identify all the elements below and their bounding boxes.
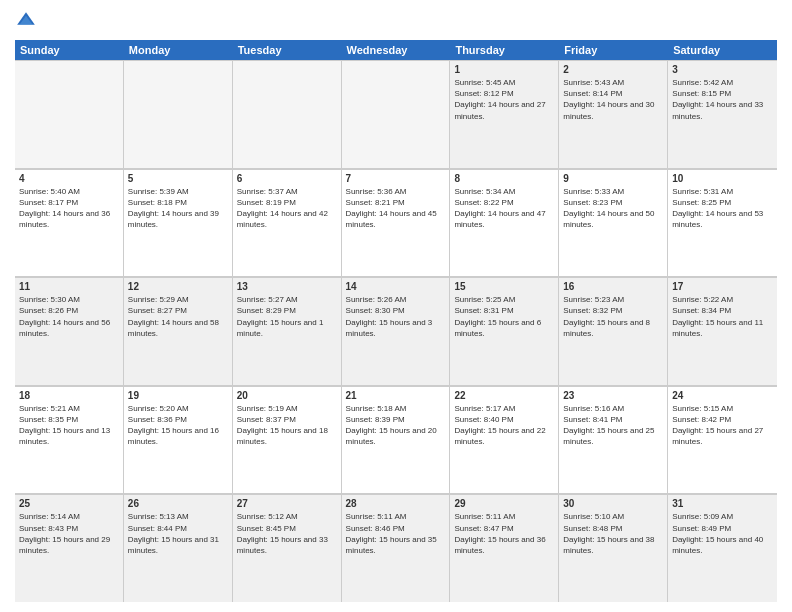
calendar-row-0: 1Sunrise: 5:45 AMSunset: 8:12 PMDaylight… bbox=[15, 60, 777, 169]
day-number: 17 bbox=[672, 281, 773, 292]
table-row: 16Sunrise: 5:23 AMSunset: 8:32 PMDayligh… bbox=[559, 278, 668, 385]
table-row: 18Sunrise: 5:21 AMSunset: 8:35 PMDayligh… bbox=[15, 387, 124, 494]
day-number: 20 bbox=[237, 390, 337, 401]
day-number: 22 bbox=[454, 390, 554, 401]
cell-content: Sunrise: 5:25 AMSunset: 8:31 PMDaylight:… bbox=[454, 294, 554, 339]
table-row: 28Sunrise: 5:11 AMSunset: 8:46 PMDayligh… bbox=[342, 495, 451, 602]
table-row: 15Sunrise: 5:25 AMSunset: 8:31 PMDayligh… bbox=[450, 278, 559, 385]
table-row: 4Sunrise: 5:40 AMSunset: 8:17 PMDaylight… bbox=[15, 170, 124, 277]
table-row: 10Sunrise: 5:31 AMSunset: 8:25 PMDayligh… bbox=[668, 170, 777, 277]
calendar-row-4: 25Sunrise: 5:14 AMSunset: 8:43 PMDayligh… bbox=[15, 494, 777, 602]
day-number: 15 bbox=[454, 281, 554, 292]
day-number: 29 bbox=[454, 498, 554, 509]
weekday-header-saturday: Saturday bbox=[668, 40, 777, 60]
table-row: 8Sunrise: 5:34 AMSunset: 8:22 PMDaylight… bbox=[450, 170, 559, 277]
table-row: 2Sunrise: 5:43 AMSunset: 8:14 PMDaylight… bbox=[559, 61, 668, 168]
cell-content: Sunrise: 5:20 AMSunset: 8:36 PMDaylight:… bbox=[128, 403, 228, 448]
table-row: 17Sunrise: 5:22 AMSunset: 8:34 PMDayligh… bbox=[668, 278, 777, 385]
cell-content: Sunrise: 5:12 AMSunset: 8:45 PMDaylight:… bbox=[237, 511, 337, 556]
day-number: 1 bbox=[454, 64, 554, 75]
calendar-row-3: 18Sunrise: 5:21 AMSunset: 8:35 PMDayligh… bbox=[15, 386, 777, 495]
cell-content: Sunrise: 5:30 AMSunset: 8:26 PMDaylight:… bbox=[19, 294, 119, 339]
day-number: 30 bbox=[563, 498, 663, 509]
weekday-header-wednesday: Wednesday bbox=[342, 40, 451, 60]
table-row: 9Sunrise: 5:33 AMSunset: 8:23 PMDaylight… bbox=[559, 170, 668, 277]
day-number: 7 bbox=[346, 173, 446, 184]
cell-content: Sunrise: 5:31 AMSunset: 8:25 PMDaylight:… bbox=[672, 186, 773, 231]
cell-content: Sunrise: 5:22 AMSunset: 8:34 PMDaylight:… bbox=[672, 294, 773, 339]
cell-content: Sunrise: 5:10 AMSunset: 8:48 PMDaylight:… bbox=[563, 511, 663, 556]
cell-content: Sunrise: 5:26 AMSunset: 8:30 PMDaylight:… bbox=[346, 294, 446, 339]
day-number: 28 bbox=[346, 498, 446, 509]
cell-content: Sunrise: 5:09 AMSunset: 8:49 PMDaylight:… bbox=[672, 511, 773, 556]
cell-content: Sunrise: 5:27 AMSunset: 8:29 PMDaylight:… bbox=[237, 294, 337, 339]
weekday-header-thursday: Thursday bbox=[450, 40, 559, 60]
cell-content: Sunrise: 5:11 AMSunset: 8:47 PMDaylight:… bbox=[454, 511, 554, 556]
cell-content: Sunrise: 5:19 AMSunset: 8:37 PMDaylight:… bbox=[237, 403, 337, 448]
cell-content: Sunrise: 5:37 AMSunset: 8:19 PMDaylight:… bbox=[237, 186, 337, 231]
table-row: 27Sunrise: 5:12 AMSunset: 8:45 PMDayligh… bbox=[233, 495, 342, 602]
cell-content: Sunrise: 5:18 AMSunset: 8:39 PMDaylight:… bbox=[346, 403, 446, 448]
table-row: 30Sunrise: 5:10 AMSunset: 8:48 PMDayligh… bbox=[559, 495, 668, 602]
table-row: 21Sunrise: 5:18 AMSunset: 8:39 PMDayligh… bbox=[342, 387, 451, 494]
day-number: 11 bbox=[19, 281, 119, 292]
table-row bbox=[15, 61, 124, 168]
table-row: 22Sunrise: 5:17 AMSunset: 8:40 PMDayligh… bbox=[450, 387, 559, 494]
day-number: 27 bbox=[237, 498, 337, 509]
table-row: 6Sunrise: 5:37 AMSunset: 8:19 PMDaylight… bbox=[233, 170, 342, 277]
calendar-header: SundayMondayTuesdayWednesdayThursdayFrid… bbox=[15, 40, 777, 60]
day-number: 16 bbox=[563, 281, 663, 292]
table-row: 13Sunrise: 5:27 AMSunset: 8:29 PMDayligh… bbox=[233, 278, 342, 385]
day-number: 4 bbox=[19, 173, 119, 184]
day-number: 24 bbox=[672, 390, 773, 401]
table-row: 24Sunrise: 5:15 AMSunset: 8:42 PMDayligh… bbox=[668, 387, 777, 494]
day-number: 21 bbox=[346, 390, 446, 401]
day-number: 18 bbox=[19, 390, 119, 401]
calendar-row-2: 11Sunrise: 5:30 AMSunset: 8:26 PMDayligh… bbox=[15, 277, 777, 386]
day-number: 3 bbox=[672, 64, 773, 75]
logo-icon bbox=[15, 10, 37, 32]
table-row: 1Sunrise: 5:45 AMSunset: 8:12 PMDaylight… bbox=[450, 61, 559, 168]
cell-content: Sunrise: 5:21 AMSunset: 8:35 PMDaylight:… bbox=[19, 403, 119, 448]
table-row: 19Sunrise: 5:20 AMSunset: 8:36 PMDayligh… bbox=[124, 387, 233, 494]
day-number: 5 bbox=[128, 173, 228, 184]
table-row bbox=[124, 61, 233, 168]
weekday-header-tuesday: Tuesday bbox=[233, 40, 342, 60]
calendar-body: 1Sunrise: 5:45 AMSunset: 8:12 PMDaylight… bbox=[15, 60, 777, 602]
cell-content: Sunrise: 5:13 AMSunset: 8:44 PMDaylight:… bbox=[128, 511, 228, 556]
day-number: 13 bbox=[237, 281, 337, 292]
day-number: 10 bbox=[672, 173, 773, 184]
cell-content: Sunrise: 5:42 AMSunset: 8:15 PMDaylight:… bbox=[672, 77, 773, 122]
day-number: 31 bbox=[672, 498, 773, 509]
weekday-header-monday: Monday bbox=[124, 40, 233, 60]
table-row: 29Sunrise: 5:11 AMSunset: 8:47 PMDayligh… bbox=[450, 495, 559, 602]
cell-content: Sunrise: 5:39 AMSunset: 8:18 PMDaylight:… bbox=[128, 186, 228, 231]
table-row: 31Sunrise: 5:09 AMSunset: 8:49 PMDayligh… bbox=[668, 495, 777, 602]
table-row: 11Sunrise: 5:30 AMSunset: 8:26 PMDayligh… bbox=[15, 278, 124, 385]
table-row: 14Sunrise: 5:26 AMSunset: 8:30 PMDayligh… bbox=[342, 278, 451, 385]
cell-content: Sunrise: 5:16 AMSunset: 8:41 PMDaylight:… bbox=[563, 403, 663, 448]
page: SundayMondayTuesdayWednesdayThursdayFrid… bbox=[0, 0, 792, 612]
table-row: 23Sunrise: 5:16 AMSunset: 8:41 PMDayligh… bbox=[559, 387, 668, 494]
day-number: 25 bbox=[19, 498, 119, 509]
table-row bbox=[233, 61, 342, 168]
cell-content: Sunrise: 5:40 AMSunset: 8:17 PMDaylight:… bbox=[19, 186, 119, 231]
logo bbox=[15, 10, 39, 32]
table-row: 5Sunrise: 5:39 AMSunset: 8:18 PMDaylight… bbox=[124, 170, 233, 277]
cell-content: Sunrise: 5:33 AMSunset: 8:23 PMDaylight:… bbox=[563, 186, 663, 231]
cell-content: Sunrise: 5:15 AMSunset: 8:42 PMDaylight:… bbox=[672, 403, 773, 448]
day-number: 12 bbox=[128, 281, 228, 292]
table-row: 25Sunrise: 5:14 AMSunset: 8:43 PMDayligh… bbox=[15, 495, 124, 602]
cell-content: Sunrise: 5:29 AMSunset: 8:27 PMDaylight:… bbox=[128, 294, 228, 339]
day-number: 26 bbox=[128, 498, 228, 509]
weekday-header-sunday: Sunday bbox=[15, 40, 124, 60]
day-number: 8 bbox=[454, 173, 554, 184]
cell-content: Sunrise: 5:11 AMSunset: 8:46 PMDaylight:… bbox=[346, 511, 446, 556]
cell-content: Sunrise: 5:36 AMSunset: 8:21 PMDaylight:… bbox=[346, 186, 446, 231]
day-number: 14 bbox=[346, 281, 446, 292]
day-number: 2 bbox=[563, 64, 663, 75]
cell-content: Sunrise: 5:23 AMSunset: 8:32 PMDaylight:… bbox=[563, 294, 663, 339]
table-row: 3Sunrise: 5:42 AMSunset: 8:15 PMDaylight… bbox=[668, 61, 777, 168]
day-number: 6 bbox=[237, 173, 337, 184]
weekday-header-friday: Friday bbox=[559, 40, 668, 60]
